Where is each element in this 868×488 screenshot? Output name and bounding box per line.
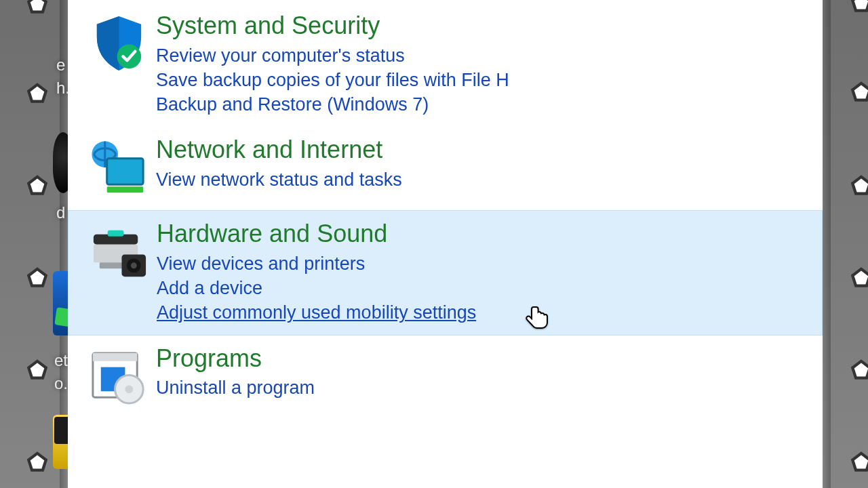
category-title[interactable]: Hardware and Sound [157, 220, 808, 247]
link-add-device[interactable]: Add a device [157, 276, 808, 300]
pentagon-icon [26, 267, 49, 290]
link-uninstall-program[interactable]: Uninstall a program [156, 375, 809, 400]
pentagon-icon [850, 81, 868, 104]
programs-icon [81, 345, 156, 409]
desktop-icon-label: e [56, 56, 65, 75]
category-hardware-sound[interactable]: Hardware and Sound View devices and prin… [68, 210, 823, 336]
svg-rect-2 [106, 159, 142, 185]
pentagon-icon [26, 0, 49, 16]
svg-point-11 [130, 262, 136, 268]
link-file-history-backup[interactable]: Save backup copies of your files with Fi… [156, 68, 809, 92]
svg-rect-13 [92, 353, 136, 361]
desktop-icon-label: et [54, 351, 68, 370]
category-title[interactable]: Programs [156, 345, 809, 372]
printer-camera-icon [82, 220, 157, 285]
pentagon-icon [850, 451, 868, 474]
pentagon-icon [26, 359, 49, 382]
pentagon-icon [850, 0, 868, 15]
control-panel-window: System and Security Review your computer… [68, 0, 823, 488]
desktop-icon-label: d [56, 203, 65, 222]
pentagon-icon [26, 83, 49, 106]
category-title[interactable]: Network and Internet [156, 136, 809, 163]
link-backup-restore-win7[interactable]: Backup and Restore (Windows 7) [156, 92, 809, 117]
category-network-internet[interactable]: Network and Internet View network status… [68, 127, 823, 210]
pentagon-icon [850, 175, 868, 198]
category-programs[interactable]: Programs Uninstall a program [68, 336, 823, 419]
link-view-devices-printers[interactable]: View devices and printers [157, 251, 808, 276]
category-title[interactable]: System and Security [156, 12, 809, 39]
svg-rect-4 [106, 186, 142, 192]
pentagon-icon [26, 451, 49, 474]
control-panel-categories: System and Security Review your computer… [68, 0, 823, 419]
svg-point-16 [125, 385, 133, 393]
pentagon-icon [850, 359, 868, 382]
desktop-right-strip [823, 0, 868, 488]
desktop-icon-label: o. [54, 374, 68, 393]
pentagon-icon [26, 175, 49, 198]
shield-icon [81, 12, 156, 77]
link-review-computer-status[interactable]: Review your computer's status [156, 43, 809, 68]
network-icon [81, 136, 156, 201]
link-adjust-mobility-settings[interactable]: Adjust commonly used mobility settings [157, 300, 808, 325]
svg-rect-6 [107, 230, 123, 237]
desktop-left-strip: e h. d et o. [0, 0, 68, 488]
category-system-security[interactable]: System and Security Review your computer… [68, 0, 823, 127]
pentagon-icon [850, 267, 868, 290]
link-network-status-tasks[interactable]: View network status and tasks [156, 167, 809, 192]
